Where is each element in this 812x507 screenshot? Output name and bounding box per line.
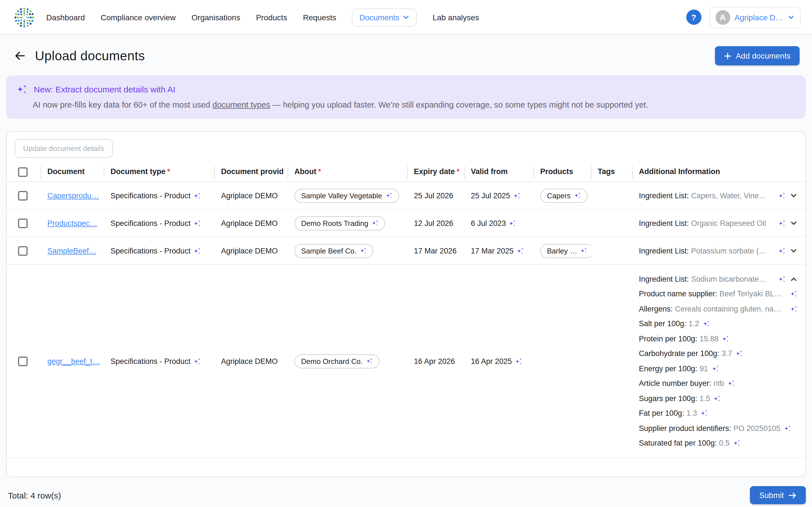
add-documents-label: Add documents [735, 51, 791, 60]
nav-item-lab-analyses[interactable]: Lab analyses [433, 13, 479, 22]
ai-sparkle-icon [580, 247, 587, 254]
chevron-down-icon [403, 14, 409, 20]
info-label: Ingredient List: [639, 246, 689, 255]
ai-sparkle-icon [711, 365, 719, 372]
documents-table-card: Update document details Document Documen… [6, 131, 806, 477]
expand-row-icon[interactable] [790, 247, 797, 255]
ai-sparkle-icon [371, 220, 378, 226]
page-footer: Total: 4 row(s) Submit [8, 486, 806, 504]
ai-sparkle-icon [778, 247, 785, 255]
ai-sparkle-icon [784, 425, 791, 432]
detail-line: Protein per 100g:15.88 [639, 331, 799, 346]
total-rows-label: Total: 4 row(s) [8, 490, 61, 500]
info-value: Capers, Water, Vine… [691, 191, 766, 200]
product-chip[interactable]: Barley … [540, 244, 591, 258]
about-chip[interactable]: Demo Orchard Co. [294, 354, 379, 368]
ai-sparkle-icon [714, 395, 721, 402]
expiry-date-value: 25 Jul 2026 [414, 191, 453, 200]
nav-item-products[interactable]: Products [256, 13, 287, 22]
about-chip[interactable]: Demo Roots Trading [294, 216, 385, 230]
help-button[interactable]: ? [686, 10, 701, 25]
back-button[interactable] [12, 48, 27, 63]
table-row-expanded: gegr__beef_t… Specifications - Product A… [7, 265, 805, 458]
table-row: Capersprodu… Specifications - Product Ag… [7, 182, 805, 210]
row-checkbox[interactable] [18, 246, 28, 256]
nav-item-compliance-overview[interactable]: Compliance overview [101, 13, 175, 22]
table-footer-strip [7, 458, 805, 476]
document-provider-value: Agriplace DEMO [221, 219, 278, 227]
column-header-about: About* [288, 164, 407, 180]
document-link[interactable]: gegr__beef_t… [47, 357, 100, 365]
expand-row-icon[interactable] [790, 219, 797, 227]
document-link[interactable]: Productspec… [47, 219, 97, 227]
detail-line: Article number buyer:ntb [639, 376, 799, 391]
chevron-down-icon [788, 14, 795, 20]
expand-row-icon[interactable] [790, 192, 797, 199]
user-menu[interactable]: A Agriplace D… [709, 6, 801, 28]
nav-item-dashboard[interactable]: Dashboard [46, 13, 85, 22]
select-all-checkbox[interactable] [18, 167, 28, 177]
agriplace-logo-icon [11, 4, 37, 30]
detail-line: Energy per 100g:91 [639, 361, 799, 376]
valid-from-value: 6 Jul 2023 [471, 219, 506, 227]
info-label: Ingredient List: [639, 219, 689, 227]
column-header-products: Products [534, 164, 591, 180]
submit-label: Submit [759, 491, 784, 500]
document-type-value: Specifications - Product [110, 219, 191, 227]
ai-sparkle-icon [193, 192, 201, 199]
table-header-row: Document Document type* Document provid … [7, 163, 805, 182]
document-type-value: Specifications - Product [110, 357, 191, 365]
about-chip[interactable]: Sample Valley Vegetable [294, 188, 399, 203]
collapse-row-icon[interactable] [790, 276, 797, 283]
ai-banner: New: Extract document details with AI AI… [6, 75, 806, 119]
product-chip[interactable]: Capers [540, 188, 588, 203]
document-link[interactable]: SampleBeef… [47, 246, 96, 255]
nav-item-organisations[interactable]: Organisations [192, 13, 240, 22]
row-checkbox[interactable] [18, 191, 28, 200]
page-header: Upload documents Add documents [0, 35, 812, 74]
submit-button[interactable]: Submit [750, 486, 806, 504]
document-types-link[interactable]: document types [213, 100, 270, 109]
valid-from-value: 17 Mar 2025 [471, 246, 514, 255]
column-header-additional-information: Additional Information [632, 164, 799, 180]
document-link[interactable]: Capersprodu… [47, 191, 99, 200]
additional-info: Ingredient List: Organic Rapeseed Oil [639, 219, 799, 227]
update-document-details-button[interactable]: Update document details [15, 139, 113, 158]
expiry-date-value: 17 Mar 2026 [414, 246, 457, 255]
document-provider-value: Agriplace DEMO [221, 191, 278, 200]
banner-body: AI now pre-fills key data for 60+ of the… [33, 100, 795, 109]
expiry-date-value: 12 Jul 2026 [414, 219, 453, 227]
ai-sparkle-icon [386, 192, 392, 199]
ai-sparkle-icon [515, 357, 522, 365]
nav-item-requests[interactable]: Requests [303, 13, 336, 22]
avatar: A [715, 10, 730, 24]
info-label: Ingredient List: [639, 191, 689, 200]
detail-line: Fat per 100g:1.3 [639, 406, 799, 421]
add-documents-button[interactable]: Add documents [715, 46, 800, 65]
ai-sparkle-icon [778, 192, 785, 199]
detail-line: Sugars per 100g:1.5 [639, 391, 799, 406]
nav-item-documents[interactable]: Documents [352, 8, 417, 26]
nav-right: ? A Agriplace D… [686, 6, 801, 28]
ai-sparkle-icon [735, 350, 743, 357]
column-header-document-provider: Document provid [214, 164, 288, 180]
detail-line: Saturated fat per 100g:0.5 [639, 436, 799, 451]
document-provider-value: Agriplace DEMO [221, 246, 278, 255]
ai-sparkle-icon [513, 192, 520, 199]
row-checkbox[interactable] [18, 218, 28, 228]
about-chip[interactable]: Sample Beef Co. [294, 244, 373, 258]
ai-sparkle-icon [778, 219, 785, 227]
arrow-right-icon [788, 492, 797, 499]
column-header-expiry-date: Expiry date* [407, 164, 464, 180]
additional-info-expanded: Ingredient List:Sodium bicarbonate… Prod… [639, 272, 799, 451]
banner-body-prefix: AI now pre-fills key data for 60+ of the… [33, 100, 213, 109]
ai-sparkle-icon [722, 335, 729, 342]
row-checkbox[interactable] [18, 356, 28, 366]
ai-sparkle-icon [727, 380, 735, 387]
additional-info: Ingredient List: Capers, Water, Vine… [639, 191, 799, 200]
info-value: Potassium sorbate (… [691, 246, 766, 255]
detail-line: Product name supplier:Beef Teriyaki BL… [639, 286, 799, 301]
table-row: Productspec… Specifications - Product Ag… [7, 210, 805, 237]
ai-sparkle-icon [790, 290, 797, 298]
arrow-left-icon [13, 50, 26, 62]
